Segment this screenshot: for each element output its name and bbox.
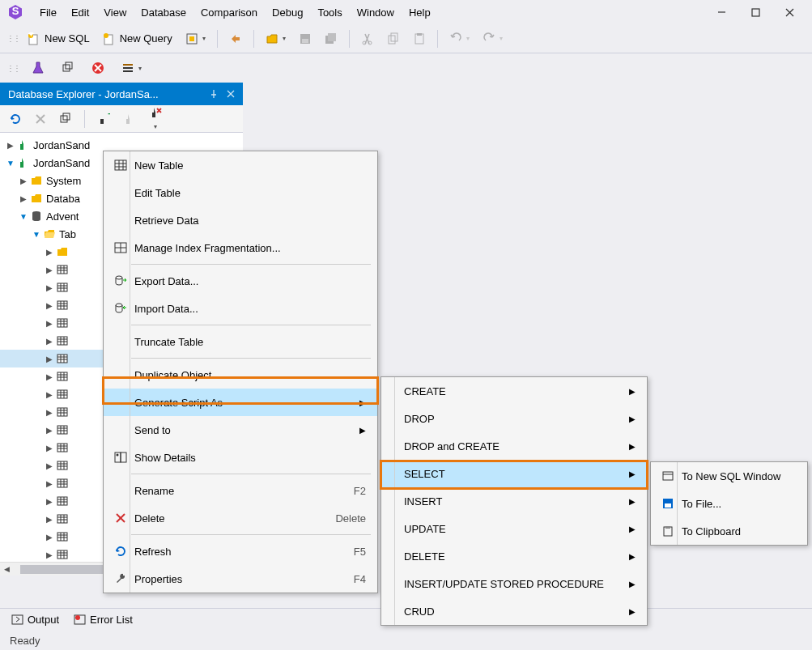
caret-icon[interactable]: ▶ [44, 390, 55, 399]
disconnect-icon[interactable]: ▾ [145, 103, 166, 134]
menu-file[interactable]: File [32, 2, 64, 23]
caret-icon[interactable]: ▶ [44, 550, 55, 559]
sub-insert-update-sp[interactable]: INSERT/UPDATE STORED PROCEDURE▶ [381, 570, 647, 597]
error-list-tab[interactable]: Error List [74, 614, 133, 626]
ctx-retrieve-data[interactable]: Retrieve Data [104, 206, 377, 234]
menu-tools[interactable]: Tools [310, 2, 349, 23]
redo-button[interactable]: ▾ [478, 29, 508, 49]
sub-delete[interactable]: DELETE▶ [381, 542, 647, 570]
svg-rect-14 [302, 39, 308, 43]
caret-icon[interactable]: ▶ [44, 355, 55, 363]
caret-icon[interactable]: ▶ [44, 266, 55, 274]
sub-drop[interactable]: DROP▶ [381, 405, 647, 432]
windows-icon[interactable] [55, 109, 76, 129]
refresh-icon[interactable] [5, 109, 26, 129]
refresh-icon [110, 545, 131, 558]
caret-icon[interactable]: ▶ [44, 248, 55, 257]
toolbar-btn-2[interactable] [224, 29, 247, 49]
ctx-show-details[interactable]: Show Details [104, 444, 377, 471]
new-connection-icon[interactable]: + [93, 109, 114, 129]
caret-icon[interactable]: ▶ [44, 408, 55, 417]
output-tab[interactable]: Output [11, 614, 59, 626]
menu-comparison[interactable]: Comparison [193, 2, 265, 23]
sub2-to-clipboard[interactable]: To Clipboard [651, 517, 807, 545]
delete-icon[interactable] [31, 110, 50, 128]
table-icon [55, 532, 70, 542]
open-button[interactable]: ▾ [261, 29, 291, 49]
sub-crud[interactable]: CRUD▶ [381, 597, 647, 625]
menu-debug[interactable]: Debug [265, 2, 310, 23]
new-sql-button[interactable]: ✦ New SQL [23, 29, 95, 49]
copy-button[interactable] [382, 29, 405, 49]
caret-icon[interactable]: ▼ [5, 159, 16, 168]
save-all-button[interactable] [320, 29, 342, 49]
caret-icon[interactable]: ▶ [44, 337, 55, 346]
windows-button[interactable] [57, 58, 79, 78]
paste-button[interactable] [408, 29, 431, 49]
ctx-new-table[interactable]: New Table [104, 151, 377, 179]
scroll-thumb[interactable] [20, 565, 109, 574]
table-icon [55, 265, 70, 274]
new-query-button[interactable]: New Query [98, 29, 177, 49]
svg-point-137 [116, 276, 122, 279]
ctx-delete[interactable]: DeleteDelete [104, 504, 377, 532]
caret-icon[interactable]: ▶ [44, 479, 55, 488]
caret-icon[interactable]: ▶ [44, 461, 55, 470]
caret-icon[interactable]: ▶ [44, 283, 55, 292]
error-button[interactable] [86, 57, 110, 79]
caret-icon[interactable]: ▶ [5, 141, 16, 150]
connection-icon[interactable] [119, 109, 140, 129]
menu-database[interactable]: Database [134, 2, 193, 23]
close-button[interactable] [773, 2, 806, 23]
flask-button[interactable] [26, 57, 50, 79]
maximize-button[interactable] [739, 2, 772, 23]
sub2-new-sql-window[interactable]: To New SQL Window [651, 462, 807, 490]
caret-icon[interactable]: ▶ [18, 176, 29, 185]
toolbar-btn-1[interactable]: ▾ [181, 29, 210, 49]
caret-icon[interactable]: ▼ [31, 230, 42, 239]
ctx-import-data[interactable]: Import Data... [104, 295, 377, 322]
svg-rect-35 [61, 116, 67, 122]
sub-insert[interactable]: INSERT▶ [381, 487, 647, 515]
sub-update[interactable]: UPDATE▶ [381, 515, 647, 542]
pin-icon[interactable] [209, 89, 219, 99]
ctx-rename[interactable]: RenameF2 [104, 477, 377, 504]
caret-icon[interactable]: ▶ [44, 301, 55, 310]
sub-drop-create[interactable]: DROP and CREATE▶ [381, 432, 647, 460]
window-controls [705, 2, 806, 23]
caret-icon[interactable]: ▶ [44, 444, 55, 452]
ctx-duplicate[interactable]: Duplicate Object... [104, 361, 377, 389]
caret-icon[interactable]: ▶ [44, 497, 55, 506]
caret-icon[interactable]: ▶ [18, 194, 29, 203]
scroll-left-arrow[interactable]: ◀ [0, 563, 14, 576]
menu-help[interactable]: Help [402, 2, 438, 23]
ctx-edit-table[interactable]: Edit Table [104, 179, 377, 206]
list-button[interactable]: ▾ [117, 58, 147, 78]
caret-icon[interactable]: ▶ [44, 372, 55, 381]
ctx-send-to[interactable]: Send to▶ [104, 416, 377, 444]
caret-icon[interactable]: ▼ [18, 212, 29, 221]
ctx-generate-script[interactable]: Generate Script As▶ [104, 389, 377, 416]
save-button[interactable] [294, 29, 317, 49]
menu-edit[interactable]: Edit [64, 2, 96, 23]
caret-icon[interactable]: ▶ [44, 319, 55, 328]
menu-window[interactable]: Window [350, 2, 402, 23]
menu-view[interactable]: View [96, 2, 134, 23]
sub2-to-file[interactable]: To File... [651, 490, 807, 517]
sub-create[interactable]: CREATE▶ [381, 377, 647, 405]
caret-icon[interactable]: ▶ [44, 533, 55, 542]
cut-button[interactable] [356, 29, 379, 49]
ctx-export-data[interactable]: Export Data... [104, 267, 377, 295]
panel-close-icon[interactable] [227, 90, 235, 98]
ctx-manage-index[interactable]: Manage Index Fragmentation... [104, 234, 377, 261]
ctx-refresh[interactable]: RefreshF5 [104, 537, 377, 565]
undo-button[interactable]: ▾ [444, 29, 474, 49]
folder-open-icon [42, 229, 57, 239]
ctx-truncate[interactable]: Truncate Table [104, 328, 377, 355]
table-icon [55, 283, 70, 292]
sub-select[interactable]: SELECT▶ [381, 460, 647, 487]
caret-icon[interactable]: ▶ [44, 515, 55, 524]
caret-icon[interactable]: ▶ [44, 426, 55, 435]
ctx-properties[interactable]: PropertiesF4 [104, 565, 377, 593]
minimize-button[interactable] [705, 2, 738, 23]
